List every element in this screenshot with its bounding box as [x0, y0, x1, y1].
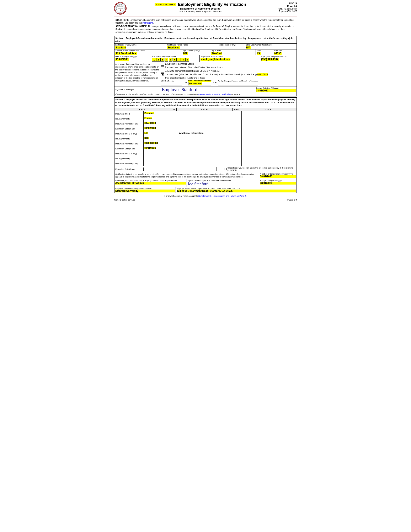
ssn-digit-6: 6 — [173, 58, 177, 62]
doc1-and-spacer — [233, 111, 242, 116]
last-name-value: Stanford — [115, 46, 126, 49]
doc2-exp-c — [242, 146, 296, 151]
preparer-cert-link[interactable]: Preparer and/or Translator Certification — [199, 93, 231, 95]
doc1-exp-value: 09/09/2030 — [143, 126, 172, 131]
checkbox-4[interactable]: ✖ — [161, 73, 164, 76]
doc2-exp-and — [233, 146, 242, 151]
employer-sig-container: Signature of Employer or Authorized Repr… — [187, 179, 259, 187]
passport-label: Foreign Passport Number and Country of I… — [218, 80, 258, 82]
checkbox-row-3: 3. A lawful permanent resident (Enter US… — [161, 70, 296, 73]
supplement-b-link[interactable]: Supplement B, Reverification and Rehire … — [199, 195, 247, 197]
doc3-number-value — [143, 161, 172, 166]
section1-box: Section 1. Employee Information and Atte… — [114, 36, 297, 96]
org-name-value: Stanford University — [115, 190, 175, 192]
uscis-label: USCIS — [272, 2, 297, 5]
address-label: Address (Street Number and Name) — [115, 50, 181, 52]
form-number: Form I-9 — [272, 5, 297, 8]
first-name-cell: First Name (Given Name) Employee — [166, 44, 218, 49]
doc1-issuing-label: Issuing Authority — [115, 116, 143, 121]
doc2-title-label: Document Title 2 (if any) — [115, 131, 143, 136]
ssn-cell: U.S. Social Security Number 1 2 3 4 5 6 … — [151, 55, 200, 62]
zip-cell: ZIP Code 94536 — [273, 49, 296, 55]
employer-sig-value: Joe Stanford — [188, 182, 258, 186]
doc2-issuing-or — [172, 136, 178, 141]
doc2-title-row: Document Title 2 (if any) I-94 Additiona… — [115, 131, 296, 136]
checkbox-2[interactable] — [161, 66, 164, 69]
perjury-text: I am aware that federal law provides for… — [115, 62, 160, 86]
doc3-issuing-or — [172, 156, 178, 161]
uscis-a-value — [161, 82, 182, 86]
doc3-issuing-value — [143, 156, 172, 161]
alt-proc-text: Check here if you used an alternative pr… — [228, 167, 296, 171]
omb-number: OMB No.1615-0047 — [272, 8, 297, 10]
doc1-exp-c — [242, 126, 296, 131]
doc2-number-and — [233, 141, 242, 146]
doc2-exp-row: Expiration Date (if any) 08/01/2026 — [115, 146, 296, 151]
address-row: Address (Street Number and Name) 123 Sta… — [115, 49, 296, 55]
doc-numbers-row: USCIS A-Number OR Form I-94 Admission Nu… — [161, 80, 296, 86]
doc1-issuing-b — [178, 116, 233, 121]
doc2-number-row: Document Number (if any) 00000000000 — [115, 141, 296, 146]
apt-cell: Apt. Number (if any) N/A — [182, 49, 210, 55]
sig-date-container: Today's Date (mm/dd/yyyy) 08/01/2023 — [255, 87, 296, 93]
ssn-boxes: 1 2 3 4 5 6 7 8 9 — [152, 58, 199, 62]
signature-row: Signature of Employee Employee Stanford … — [115, 86, 296, 93]
sig-label: Signature of Employee — [115, 88, 160, 91]
zip-label: ZIP Code — [274, 50, 296, 52]
attestation-checkboxes: 1. A citizen of the United States 2. A n… — [160, 62, 296, 86]
instructions-link[interactable]: Instructions — [143, 22, 153, 24]
city-value: Stanford — [211, 52, 222, 55]
dob-ssn-row: Date of Birth (mm/dd/yyyy) 11/01/1985 U.… — [115, 55, 296, 62]
doc2-issuing-value: DHS — [143, 136, 172, 141]
doc2-title-c — [242, 131, 296, 136]
reverification-text: For reverification or rehire, complete — [164, 195, 198, 197]
doc1-title-label: Document Title 1 — [115, 111, 143, 116]
dept-name: Department of Homeland Security — [129, 7, 272, 10]
checkbox-row-4: ✖ 4. A noncitizen (other than Item Numbe… — [161, 73, 296, 76]
or-divider-1: OR — [184, 81, 187, 84]
alt-proc-checkbox[interactable] — [224, 168, 227, 170]
org-name-label: Employer's Business or Organization Name — [115, 188, 175, 190]
ssn-digit-8: 8 — [181, 58, 185, 62]
doc1-title-row: Document Title 1 Passport — [115, 111, 296, 116]
uscis-a-label: USCIS A-Number — [161, 80, 182, 82]
doc2-title-or — [172, 131, 178, 136]
checkbox-3[interactable] — [161, 70, 164, 73]
sig-cursive: Employee Stanford — [162, 87, 197, 92]
middle-initial-cell: Middle Initial (if any) — [218, 44, 245, 49]
doc1-exp-label: Expiration Date (if any) — [115, 126, 143, 131]
doc1-list-c — [242, 111, 296, 116]
employer-name-label: Last Name, First Name and Title of Emplo… — [115, 180, 186, 182]
org-addr-label: Employer's Business or Organization Addr… — [177, 188, 296, 190]
employer-name-value: Joe Stanford, HR Admin — [115, 182, 186, 185]
empid-badge: EMPID: 01234567 — [155, 3, 176, 6]
first-day-container: First Day of Employment (mm/dd/yyyy): 08… — [259, 172, 296, 179]
checkbox-row-2: 2. A noncitizen national of the United S… — [161, 66, 296, 69]
svg-marker-5 — [119, 9, 121, 11]
ssn-digit-9: 9 — [185, 58, 189, 62]
doc2-number-label: Document Number (if any) — [115, 141, 143, 146]
doc1-exp-row: Expiration Date (if any) 09/09/2030 — [115, 126, 296, 131]
doc3-title-b — [178, 151, 233, 156]
page-footer: Form I-9 Edition 08/01/23 Page 1 of 4 — [114, 199, 297, 201]
ssn-label: U.S. Social Security Number — [152, 56, 199, 57]
doc2-issuing-b — [178, 136, 233, 141]
doc2-number-or — [172, 141, 178, 146]
employer-date-label: Today's Date (mm/dd/yyyy) — [260, 180, 296, 182]
doc3-title-label: Document Title 3 (if any) — [115, 151, 143, 156]
other-names-value: N/A — [246, 46, 251, 49]
org-name-container: Employer's Business or Organization Name… — [115, 187, 176, 193]
dob-label: Date of Birth (mm/dd/yyyy) — [115, 56, 150, 57]
doc3-title-c — [242, 151, 296, 156]
doc1-number-label: Document Number (if any) — [115, 121, 143, 126]
doc3-title-row: Document Title 3 (if any) — [115, 151, 296, 156]
doc2-issuing-label: Issuing Authority — [115, 136, 143, 141]
passport-value — [218, 82, 258, 86]
form94-value: 0000000000 — [188, 82, 211, 86]
first-day-value: 08/01/2023 — [260, 175, 296, 178]
empid-line: EMPID: 01234567 Employment Eligibility V… — [129, 2, 272, 7]
employee-signature: Employee Stanford — [160, 86, 255, 93]
doc3-title-or — [172, 151, 178, 156]
doc3-number-or — [172, 161, 178, 166]
checkbox-1[interactable] — [161, 63, 164, 66]
